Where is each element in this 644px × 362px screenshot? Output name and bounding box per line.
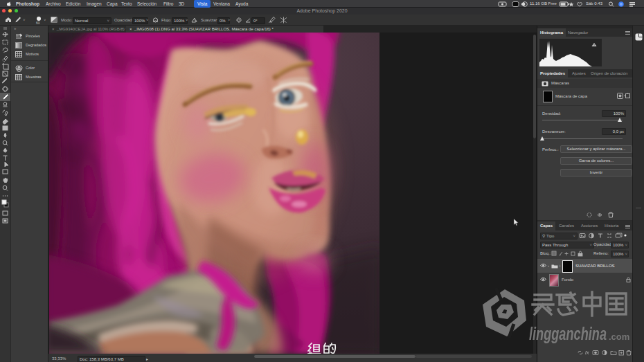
- svg-text:.com: .com: [609, 332, 629, 342]
- svg-text:lingganchina: lingganchina: [529, 324, 607, 343]
